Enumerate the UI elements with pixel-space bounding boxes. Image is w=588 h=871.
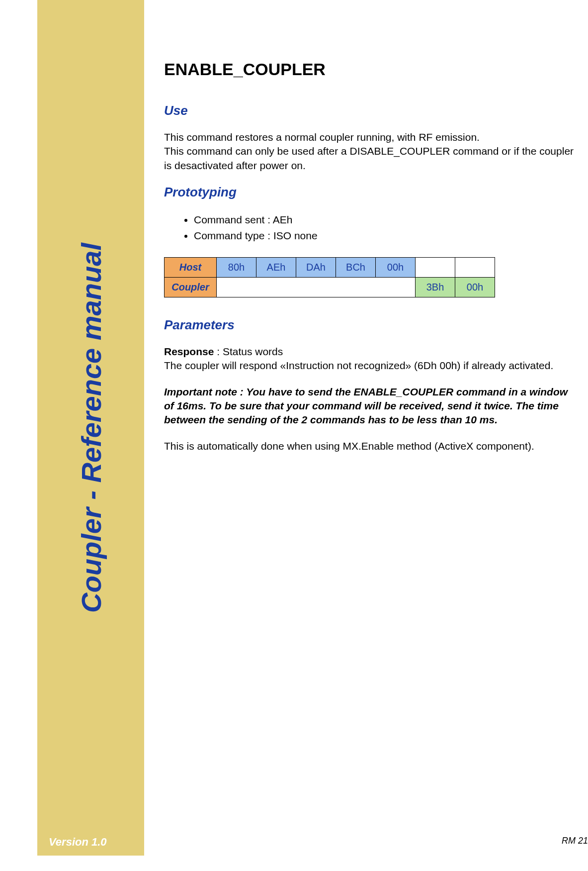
empty-cell — [455, 258, 495, 278]
host-cell: DAh — [296, 258, 336, 278]
parameters-p3: This is automatically done when using MX… — [164, 439, 577, 453]
coupler-cell: 3Bh — [416, 278, 455, 297]
parameters-heading: Parameters — [164, 317, 577, 333]
coupler-cell: 00h — [455, 278, 495, 297]
page-title: ENABLE_COUPLER — [164, 60, 577, 79]
host-cell: AEh — [256, 258, 296, 278]
empty-cell — [416, 258, 455, 278]
main-content: ENABLE_COUPLER Use This command restores… — [164, 60, 577, 465]
empty-cell — [217, 278, 416, 297]
sidebar: Coupler - Reference manual — [37, 0, 144, 856]
host-cell: BCh — [336, 258, 376, 278]
use-p1: This command restores a normal coupler r… — [164, 131, 480, 143]
host-header: Host — [165, 258, 217, 278]
prototyping-heading: Prototyping — [164, 185, 577, 200]
host-cell: 00h — [376, 258, 416, 278]
response-label: Response — [164, 346, 214, 357]
use-paragraph: This command restores a normal coupler r… — [164, 130, 577, 173]
response-text: : Status words — [214, 346, 283, 357]
table-row: Coupler 3Bh 00h — [165, 278, 495, 297]
page-number: RM 21 — [562, 836, 588, 846]
table-row: Host 80h AEh DAh BCh 00h — [165, 258, 495, 278]
use-p2: This command can only be used after a DI… — [164, 145, 574, 171]
list-item: Command sent : AEh — [194, 212, 577, 228]
coupler-header: Coupler — [165, 278, 217, 297]
prototyping-table: Host 80h AEh DAh BCh 00h Coupler 3Bh 00h — [164, 257, 495, 297]
list-item: Command type : ISO none — [194, 228, 577, 244]
important-note: Important note : You have to send the EN… — [164, 385, 577, 427]
sidebar-title: Coupler - Reference manual — [75, 243, 107, 613]
version-label: Version 1.0 — [49, 836, 107, 849]
host-cell: 80h — [217, 258, 256, 278]
use-heading: Use — [164, 103, 577, 118]
prototyping-list: Command sent : AEh Command type : ISO no… — [164, 212, 577, 243]
response-p2: The coupler will respond «Instruction no… — [164, 360, 553, 371]
parameters-response: Response : Status words The coupler will… — [164, 345, 577, 373]
